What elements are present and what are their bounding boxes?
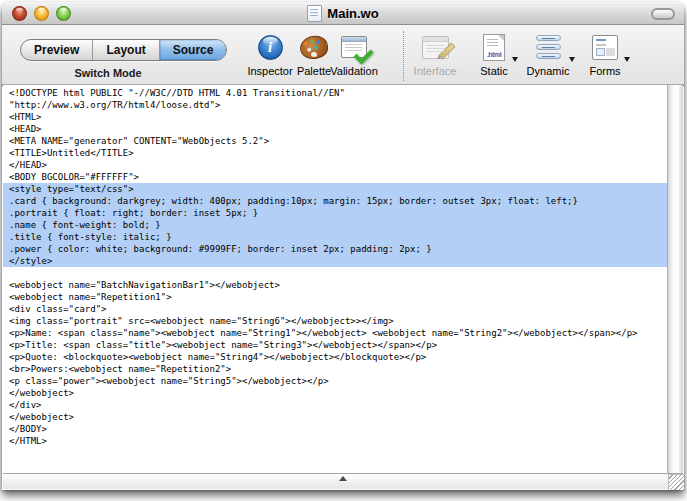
document-icon (307, 5, 322, 22)
code-line[interactable]: <TITLE>Untitled</TITLE> (3, 147, 667, 159)
inspector-button[interactable]: i Inspector (244, 30, 296, 77)
tab-layout[interactable]: Layout (93, 40, 159, 60)
toolbar-separator (403, 31, 404, 81)
code-line[interactable]: <img class="portrait" src=<webobject nam… (3, 315, 667, 327)
code-line[interactable]: <HEAD> (3, 123, 667, 135)
page-check-icon (341, 36, 367, 58)
minimize-button[interactable] (34, 6, 49, 21)
code-line[interactable]: <p>Title: <span class="title"><webobject… (3, 339, 667, 351)
inspector-label: Inspector (244, 65, 296, 77)
main-window: Main.wo Preview Layout Source Switch Mod… (2, 2, 684, 490)
code-line[interactable]: </BODY> (3, 423, 667, 435)
code-line[interactable]: </div> (3, 399, 667, 411)
close-button[interactable] (12, 6, 27, 21)
interface-label: Interface (410, 65, 460, 77)
toolbar-toggle-button[interactable] (651, 8, 675, 20)
code-line[interactable]: <BODY BGCOLOR="#FFFFFF"> (3, 171, 667, 183)
form-window-icon (592, 35, 618, 60)
dropdown-arrow-icon (569, 57, 575, 62)
traffic-lights (12, 6, 71, 21)
dynamic-button[interactable]: Dynamic (523, 30, 573, 77)
code-line[interactable]: <p>Quote: <blockquote><webobject name="S… (3, 351, 667, 363)
code-line[interactable]: </webobject> (3, 411, 667, 423)
code-line[interactable]: <br>Powers:<webobject name="Repetition2"… (3, 363, 667, 375)
code-line[interactable]: </HTML> (3, 435, 667, 447)
bottom-splitter-bar[interactable] (3, 473, 683, 489)
code-line[interactable]: .portrait { float: right; border: inset … (3, 207, 667, 219)
html-document-icon: .html (483, 34, 505, 61)
interface-button: Interface (410, 30, 460, 77)
pencil-icon (438, 42, 455, 59)
code-line[interactable]: <p>Name: <span class="name"><webobject n… (3, 327, 667, 339)
zoom-button[interactable] (56, 6, 71, 21)
code-line[interactable]: </HEAD> (3, 159, 667, 171)
forms-button[interactable]: Forms (582, 30, 628, 77)
code-line[interactable]: <HTML> (3, 111, 667, 123)
code-line[interactable]: <webobject name="Repetition1"> (3, 291, 667, 303)
code-line[interactable]: .power { color: white; background: #9999… (3, 243, 667, 255)
palette-icon (299, 34, 330, 61)
info-circle-icon: i (258, 35, 283, 60)
editor-area: <!DOCTYPE html PUBLIC "-//W3C//DTD HTML … (3, 85, 683, 473)
code-line[interactable]: .card { background: darkgrey; width: 400… (3, 195, 667, 207)
code-line[interactable]: <META NAME="generator" CONTENT="WebObjec… (3, 135, 667, 147)
resize-grip[interactable] (668, 474, 684, 490)
code-line[interactable]: <p class="power"><webobject name="String… (3, 375, 667, 387)
code-line[interactable]: </webobject> (3, 387, 667, 399)
code-line[interactable]: .title { font-style: italic; } (3, 231, 667, 243)
title-bar: Main.wo (2, 2, 684, 25)
green-check-icon (354, 45, 374, 65)
tab-preview[interactable]: Preview (21, 40, 93, 60)
code-line[interactable]: <webobject name="BatchNavigationBar1"></… (3, 279, 667, 291)
window-title-group: Main.wo (307, 5, 378, 22)
code-line[interactable] (3, 267, 667, 279)
dropdown-arrow-icon (624, 57, 630, 62)
forms-label: Forms (582, 65, 628, 77)
validation-button[interactable]: Validation (328, 30, 380, 77)
code-line[interactable]: .name { font-weight: bold; } (3, 219, 667, 231)
window-title: Main.wo (327, 6, 378, 21)
code-line[interactable]: </style> (3, 255, 667, 267)
code-line[interactable]: <!DOCTYPE html PUBLIC "-//W3C//DTD HTML … (3, 87, 667, 99)
code-line[interactable]: <style type="text/css"> (3, 183, 667, 195)
static-label: Static (472, 65, 516, 77)
validation-label: Validation (328, 65, 380, 77)
static-button[interactable]: .html Static (472, 30, 516, 77)
switch-mode-label: Switch Mode (20, 67, 196, 79)
tab-source[interactable]: Source (160, 40, 227, 60)
dynamic-label: Dynamic (523, 65, 573, 77)
screen: Main.wo Preview Layout Source Switch Mod… (0, 0, 687, 501)
window-pencil-icon (422, 36, 449, 59)
button-stack-icon (536, 34, 561, 60)
vertical-scrollbar[interactable] (667, 85, 683, 473)
code-line[interactable]: "http://www.w3.org/TR/html4/loose.dtd"> (3, 99, 667, 111)
code-line[interactable]: <div class="card"> (3, 303, 667, 315)
dropdown-arrow-icon (512, 57, 518, 62)
splitter-caret-icon (339, 476, 347, 481)
toolbar: Preview Layout Source Switch Mode i Insp… (2, 25, 684, 86)
mode-segmented-control: Preview Layout Source (20, 39, 227, 61)
source-code-view[interactable]: <!DOCTYPE html PUBLIC "-//W3C//DTD HTML … (3, 85, 667, 473)
